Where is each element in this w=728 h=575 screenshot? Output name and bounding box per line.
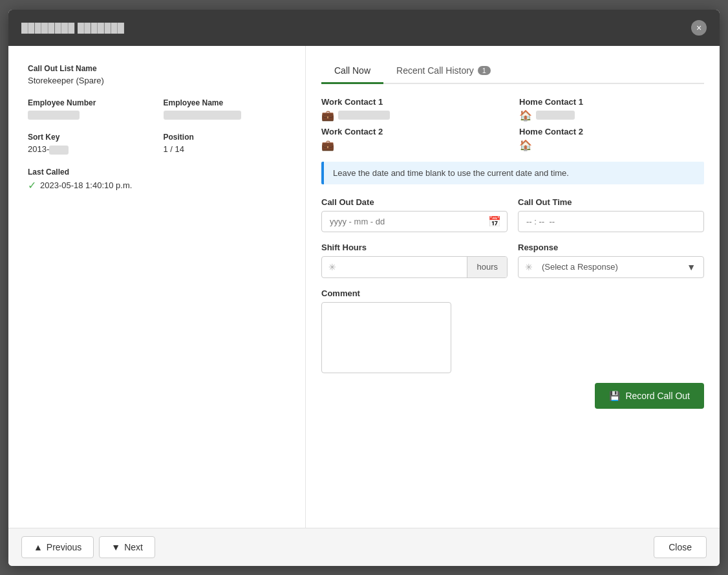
home-contact-1-value: 🏠 [519, 109, 704, 122]
left-panel: Call Out List Name Storekeeper (Spare) E… [8, 46, 306, 528]
save-icon: 💾 [609, 391, 620, 401]
chevron-down-icon: ▼ [679, 257, 703, 277]
home-icon-2: 🏠 [519, 139, 532, 151]
work-contact-2: Work Contact 2 💼 [321, 127, 506, 151]
employee-name-label: Employee Name [164, 98, 286, 107]
sort-key-label: Sort Key [28, 133, 151, 142]
check-icon: ✓ [28, 179, 36, 191]
modal-body: Call Out List Name Storekeeper (Spare) E… [8, 46, 720, 528]
call-out-time-input[interactable] [518, 211, 704, 232]
employee-number-value [28, 110, 151, 120]
call-out-date-label: Call Out Date [321, 197, 508, 207]
shift-hours-group: Shift Hours ✳ hours [321, 243, 508, 278]
modal-footer: ▲ Previous ▼ Next Close [8, 528, 720, 566]
response-wrapper[interactable]: ✳ (Select a Response) ▼ [518, 256, 704, 278]
next-button[interactable]: ▼ Next [99, 536, 155, 558]
work-contact-1: Work Contact 1 💼 [321, 97, 506, 122]
sort-position-row: Sort Key 2013- Position 1 / 14 [28, 133, 286, 168]
date-time-row: Call Out Date 📅 Call Out Time [321, 197, 704, 232]
modal-dialog: ████████ ███████ × Call Out List Name St… [8, 10, 720, 566]
call-out-time-group: Call Out Time [518, 197, 704, 232]
home-contact-2-label: Home Contact 2 [519, 127, 704, 136]
position-section: Position 1 / 14 [164, 133, 286, 168]
home-icon-1: 🏠 [519, 109, 532, 122]
employee-number-section: Employee Number [28, 98, 151, 133]
last-called-value: ✓ 2023-05-18 1:40:10 p.m. [28, 179, 286, 191]
modal-close-button[interactable]: × [691, 20, 707, 36]
record-call-out-button[interactable]: 💾 Record Call Out [595, 383, 704, 409]
chevron-up-icon: ▲ [34, 542, 43, 552]
tab-recent-call-history[interactable]: Recent Call History 1 [383, 59, 504, 84]
employee-name-section: Employee Name [164, 98, 286, 133]
employee-number-label: Employee Number [28, 98, 151, 107]
shift-hours-input[interactable] [343, 257, 467, 277]
call-out-date-input[interactable] [321, 211, 508, 232]
employee-name-value [164, 110, 286, 120]
hours-label: hours [467, 257, 507, 277]
footer-nav-buttons: ▲ Previous ▼ Next [21, 536, 155, 558]
position-label: Position [164, 133, 286, 142]
home-contact-1-label: Home Contact 1 [519, 97, 704, 107]
close-button[interactable]: Close [654, 536, 707, 558]
chevron-down-icon: ▼ [111, 542, 120, 552]
response-group: Response ✳ (Select a Response) ▼ [518, 243, 704, 278]
response-select[interactable]: (Select a Response) [539, 257, 679, 277]
work-contact-2-value: 💼 [321, 139, 506, 151]
sort-key-section: Sort Key 2013- [28, 133, 151, 168]
comment-label: Comment [321, 288, 704, 298]
shift-hours-asterisk: ✳ [322, 257, 343, 277]
call-out-time-label: Call Out Time [518, 197, 704, 207]
record-btn-row: 💾 Record Call Out [321, 383, 704, 409]
comment-group: Comment [321, 288, 704, 375]
home-contact-1: Home Contact 1 🏠 [519, 97, 704, 122]
call-out-list-name-label: Call Out List Name [28, 64, 286, 73]
last-called-label: Last Called [28, 168, 286, 177]
sort-key-value: 2013- [28, 144, 151, 155]
tabs-bar: Call Now Recent Call History 1 [321, 59, 704, 84]
call-out-date-wrapper: 📅 [321, 211, 508, 232]
shift-response-row: Shift Hours ✳ hours Response ✳ [321, 243, 704, 278]
home-contact-2-value: 🏠 [519, 139, 704, 151]
modal-header: ████████ ███████ × [8, 10, 720, 46]
right-panel: Call Now Recent Call History 1 Work Cont… [306, 46, 720, 528]
recent-call-history-badge: 1 [478, 66, 491, 75]
tab-call-now[interactable]: Call Now [321, 59, 383, 84]
comment-textarea[interactable] [321, 302, 451, 373]
briefcase-icon-1: 💼 [321, 109, 334, 122]
call-out-list-name-section: Call Out List Name Storekeeper (Spare) [28, 64, 286, 85]
last-called-section: Last Called ✓ 2023-05-18 1:40:10 p.m. [28, 168, 286, 191]
employee-row: Employee Number Employee Name [28, 98, 286, 133]
position-value: 1 / 14 [164, 144, 286, 154]
call-out-date-group: Call Out Date 📅 [321, 197, 508, 232]
shift-hours-label: Shift Hours [321, 243, 508, 252]
response-label: Response [518, 243, 704, 252]
call-out-list-name-value: Storekeeper (Spare) [28, 76, 286, 85]
work-contact-1-value: 💼 [321, 109, 506, 122]
briefcase-icon-2: 💼 [321, 139, 334, 151]
response-asterisk: ✳ [519, 257, 539, 277]
previous-button[interactable]: ▲ Previous [21, 536, 94, 558]
modal-title: ████████ ███████ [21, 23, 124, 33]
work-contact-1-label: Work Contact 1 [321, 97, 506, 107]
shift-hours-wrapper: ✳ hours [321, 256, 508, 278]
info-box-message: Leave the date and time blank to use the… [333, 168, 569, 178]
work-contact-2-label: Work Contact 2 [321, 127, 506, 136]
home-contact-2: Home Contact 2 🏠 [519, 127, 704, 151]
info-box: Leave the date and time blank to use the… [321, 162, 704, 184]
contacts-grid: Work Contact 1 💼 Home Contact 1 🏠 [321, 97, 704, 151]
